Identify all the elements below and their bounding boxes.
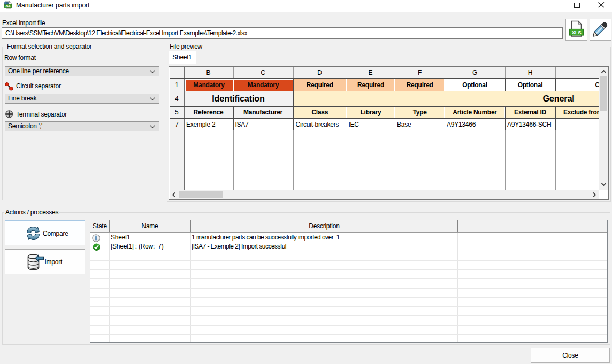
svg-text:XLS: XLS — [572, 29, 582, 35]
svg-text:XLS: XLS — [5, 4, 11, 7]
